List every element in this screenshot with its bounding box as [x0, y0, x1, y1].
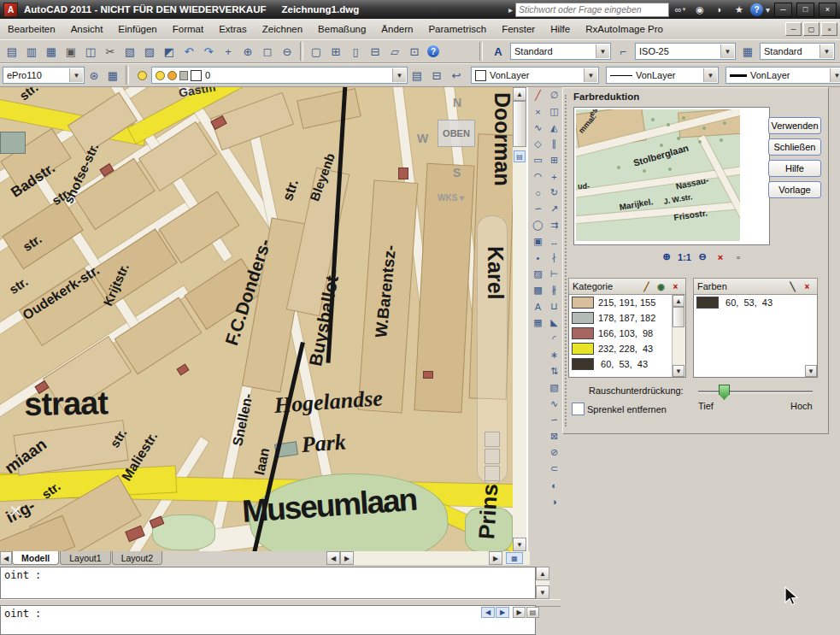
text-window-button[interactable]: ▤ — [526, 607, 539, 618]
image-select-combo[interactable]: ePro110▼ — [3, 67, 85, 84]
text-tool[interactable]: A — [531, 298, 546, 315]
undo-icon[interactable]: ↶ — [179, 42, 198, 61]
zoom-out-icon[interactable]: ⊖ — [695, 250, 710, 264]
category-row[interactable]: 232, 228, 43 — [569, 341, 685, 356]
dim-style-combo[interactable]: ISO-25▼ — [635, 43, 736, 60]
delete-color-icon[interactable]: × — [801, 280, 814, 292]
scroll-left-arrow[interactable]: ◀ — [326, 551, 340, 565]
menu-item[interactable]: RxAutoImage Pro — [578, 19, 671, 39]
command-scroll-right-arrow[interactable]: ▶ — [496, 607, 509, 618]
image-settings-gear-icon[interactable]: ⊛ — [85, 66, 103, 85]
rotate-tool[interactable]: ↻ — [547, 185, 562, 201]
break-tool[interactable]: ∦ — [547, 282, 562, 298]
fillet-tool[interactable]: ◜ — [547, 331, 562, 347]
scroll-down-arrow[interactable]: ▼ — [513, 538, 526, 551]
subscription-center-icon[interactable]: ◉ — [691, 3, 708, 16]
properties-icon[interactable]: ▢ — [307, 42, 326, 61]
command-vscrollbar[interactable]: ▲ ▼ — [536, 567, 549, 599]
hatch-tool[interactable]: ▨ — [531, 266, 546, 282]
trim-tool[interactable]: ∤ — [547, 250, 562, 266]
drawing-hscrollbar[interactable]: ◀ ▶ ▶ ▦ — [326, 551, 530, 565]
menu-item[interactable]: Ändern — [373, 19, 420, 39]
viewcube-south-label[interactable]: S — [453, 166, 461, 179]
viewcube-top-face[interactable]: OBEN — [438, 120, 475, 147]
close-button[interactable]: Schließen — [768, 138, 821, 156]
drawing-area[interactable]: str.shofse-str.Badstr.str.str.str.Oudeke… — [0, 87, 528, 551]
vscroll-thumb[interactable] — [513, 101, 526, 147]
join-tool[interactable]: ⊔ — [547, 298, 562, 315]
open-icon[interactable]: ▥ — [22, 42, 41, 61]
ellipse-tool[interactable]: ◯ — [531, 217, 546, 233]
image-clip-tool[interactable]: ⊂ — [547, 461, 562, 477]
extend-tool[interactable]: ⊢ — [547, 266, 562, 282]
favorites-star-icon[interactable]: ★ — [731, 3, 748, 16]
toolpalettes-icon[interactable]: ▯ — [346, 42, 365, 61]
plot-preview-icon[interactable]: ◫ — [81, 42, 100, 61]
scroll-up-arrow[interactable]: ▲ — [513, 87, 526, 101]
search-input[interactable] — [515, 3, 669, 17]
image-preview-box[interactable]: esse-mmal.Stolberglaanud-Nassau-Marijkel… — [573, 107, 770, 245]
category-row[interactable]: 215, 191, 155 — [569, 295, 685, 310]
search-binoculars-icon[interactable]: ∞▾ — [672, 3, 689, 16]
viewport-indicator-button[interactable]: ▤ — [514, 150, 526, 162]
tab-layout1[interactable]: Layout1 — [60, 551, 110, 565]
copy-tool[interactable]: ◫ — [547, 103, 562, 120]
pick-area-icon[interactable]: ▫ — [731, 250, 746, 264]
help-icon[interactable]: ? — [750, 3, 763, 16]
command-expand-button[interactable]: ▶ — [513, 607, 526, 618]
remove-speckles-checkbox[interactable] — [572, 403, 584, 415]
scroll-thumb[interactable] — [673, 307, 684, 327]
category-list-scrollbar[interactable]: ▲ ▼ — [672, 295, 685, 377]
menu-item[interactable]: Ansicht — [63, 19, 111, 39]
scroll-up-arrow[interactable]: ▲ — [536, 567, 549, 580]
zoom-window-icon[interactable]: ◻ — [258, 42, 277, 61]
command-line-window[interactable]: oint : — [0, 567, 536, 599]
markup-icon[interactable]: ▱ — [385, 42, 404, 61]
zoom-previous-icon[interactable]: ⊖ — [278, 42, 297, 61]
redo-icon[interactable]: ↷ — [199, 42, 218, 61]
scroll-right-arrow[interactable]: ▶ — [340, 551, 354, 565]
category-row[interactable]: 60, 53, 43 — [569, 356, 685, 372]
polyline-tool[interactable]: ∿ — [531, 120, 546, 136]
delete-selection-icon[interactable]: × — [713, 250, 728, 264]
move-tool[interactable]: + — [547, 168, 562, 185]
rectangle-tool[interactable]: ▭ — [531, 152, 546, 168]
category-row[interactable]: 166, 103, 98 — [569, 326, 685, 341]
tab-nav-left-arrow[interactable]: ◀ — [0, 551, 12, 565]
image-quality-tool[interactable]: ◑ — [547, 493, 562, 509]
viewcube-wcs-dropdown[interactable]: WKS ▾ — [438, 193, 464, 203]
scroll-down-arrow[interactable]: ▼ — [673, 365, 684, 377]
gradient-tool[interactable]: ▩ — [531, 282, 546, 298]
tab-layout2[interactable]: Layout2 — [112, 551, 162, 565]
color-combo[interactable]: VonLayer▼ — [471, 67, 599, 84]
menu-item[interactable]: Bearbeiten — [0, 19, 63, 39]
command-scroll-left-arrow[interactable]: ◀ — [481, 607, 495, 618]
table-style-combo[interactable]: Standard▼ — [760, 43, 835, 60]
construction-line-tool[interactable]: × — [531, 103, 546, 120]
search-collapse-arrow[interactable]: ▸ — [508, 5, 513, 15]
viewcube-north-label[interactable]: N — [453, 96, 461, 109]
explode-tool[interactable]: ∗ — [547, 347, 562, 363]
erase-tool[interactable]: ∅ — [547, 87, 562, 103]
scroll-right-arrow[interactable]: ▶ — [489, 551, 502, 565]
match-properties-icon[interactable]: ◩ — [160, 42, 179, 61]
menu-item[interactable]: Format — [165, 19, 211, 39]
navbar-tool-icon[interactable] — [485, 449, 500, 464]
viewcube-west-label[interactable]: W — [417, 132, 428, 145]
stretch-tool[interactable]: ⇉ — [547, 217, 562, 233]
draworder-tool[interactable]: ⇅ — [547, 363, 562, 379]
insert-block-tool[interactable]: ▣ — [531, 233, 546, 250]
slider-track[interactable] — [698, 391, 813, 393]
scroll-down-arrow[interactable]: ▼ — [536, 585, 549, 599]
point-tool[interactable]: • — [531, 250, 546, 266]
print-icon[interactable]: ▣ — [62, 42, 80, 61]
apply-button[interactable]: Verwenden — [768, 117, 821, 134]
menu-item[interactable]: Fenster — [494, 19, 543, 39]
eyedropper-icon[interactable]: ╲ — [786, 280, 799, 292]
menu-item[interactable]: Einfügen — [110, 19, 164, 39]
menu-item[interactable]: Hilfe — [543, 19, 578, 39]
autocad-app-icon[interactable]: A — [3, 3, 18, 17]
mirror-tool[interactable]: ◭ — [547, 120, 562, 136]
qnew-icon[interactable]: ▤ — [3, 42, 21, 61]
doc-minimize-button[interactable]: ─ — [785, 22, 802, 36]
